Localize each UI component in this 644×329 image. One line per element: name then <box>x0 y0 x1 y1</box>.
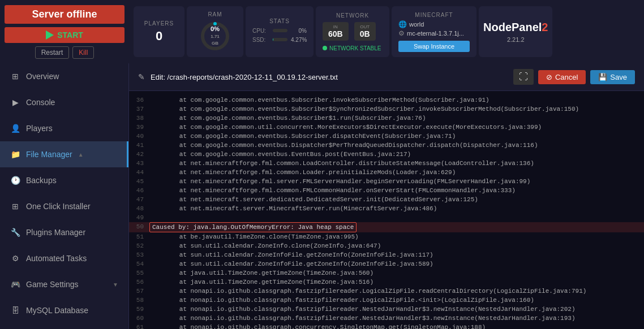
line-number: 49 <box>129 213 149 222</box>
server-offline-label: Server offline <box>5 5 124 24</box>
line-content: at com.google.common.eventbus.EventBus.p… <box>149 150 644 159</box>
sidebar-item-game-settings[interactable]: 🎮 Game Settings ▼ <box>0 271 128 297</box>
code-line: 40 at com.google.common.eventbus.Subscri… <box>129 132 644 141</box>
line-number: 42 <box>129 150 149 159</box>
ssd-percent: 4.27% <box>291 37 307 43</box>
mysql-icon: 🗄 <box>10 305 20 315</box>
sidebar-item-plugins[interactable]: 🔧 Plugins Manager <box>0 219 128 245</box>
line-content: at com.google.common.eventbus.Subscriber… <box>149 96 644 105</box>
network-out-box: OUT 0B <box>354 22 376 41</box>
start-button[interactable]: START <box>5 27 124 43</box>
code-line: 57 at nonapi.io.github.classgraph.fastzi… <box>129 287 644 296</box>
save-icon: 💾 <box>598 73 607 81</box>
code-line: 55 at java.util.TimeZone.getTimeZone(Tim… <box>129 269 644 278</box>
error-highlight: Caused by: java.lang.OutOfMemoryError: J… <box>149 222 357 232</box>
save-label: Save <box>610 73 627 81</box>
line-number: 61 <box>129 323 149 329</box>
line-content: at net.minecraft.server.dedicated.Dedica… <box>149 195 644 204</box>
mc-world-value: world <box>409 21 424 28</box>
stable-label: NETWORK STABLE <box>329 45 381 51</box>
line-number: 52 <box>129 241 149 250</box>
sidebar-item-backups[interactable]: 🕐 Backups <box>0 167 128 193</box>
line-content: at sun.util.calendar.ZoneInfo.clone(Zone… <box>149 241 644 250</box>
sidebar-item-overview[interactable]: ⊞ Overview <box>0 63 128 89</box>
line-content: at nonapi.io.github.classgraph.concurren… <box>149 323 644 329</box>
line-content: at nonapi.io.github.classgraph.fastzipfi… <box>149 314 644 323</box>
code-line: 39 at com.google.common.util.concurrent.… <box>129 123 644 132</box>
sidebar-label-backups: Backups <box>26 176 57 185</box>
one-click-icon: ⊞ <box>10 201 20 211</box>
game-settings-icon: 🎮 <box>10 279 20 289</box>
overview-icon: ⊞ <box>10 71 20 81</box>
file-manager-icon: 📁 <box>10 149 20 159</box>
line-number: 51 <box>129 232 149 241</box>
swap-instance-button[interactable]: Swap Instance <box>398 41 470 52</box>
code-line: 52 at sun.util.calendar.ZoneInfo.clone(Z… <box>129 241 644 250</box>
code-line: 60 at nonapi.io.github.classgraph.fastzi… <box>129 314 644 323</box>
line-content: at sun.util.calendar.ZoneInfoFile.getZon… <box>149 259 644 269</box>
nodepanel-logo: NodePanel2 2.21.2 <box>479 6 552 57</box>
mc-instance: ⚙ mc-eternal-1.3.7.1j... <box>398 29 470 37</box>
fullscreen-button[interactable]: ⛶ <box>513 69 534 85</box>
sidebar-item-players[interactable]: 👤 Players <box>0 115 128 141</box>
start-label: START <box>57 31 83 40</box>
restart-button[interactable]: Restart <box>35 46 70 59</box>
line-number: 39 <box>129 123 149 132</box>
sidebar-item-automated[interactable]: ⚙ Automated Tasks <box>0 245 128 271</box>
line-number: 58 <box>129 296 149 305</box>
stats-title: STATS <box>252 18 307 24</box>
content-area: ✎ Edit: /crash-reports/crash-2020-12-11_… <box>129 63 644 329</box>
cancel-button[interactable]: ⊘ Cancel <box>538 70 586 84</box>
line-content: at be.javautil.TimeZone.clone(TimeZone.j… <box>149 232 644 241</box>
sidebar-item-mysql[interactable]: 🗄 MySQL Database <box>0 297 128 323</box>
code-line: 61 at nonapi.io.github.classgraph.concur… <box>129 323 644 329</box>
code-line: 56 at java.util.TimeZone.getTimeZone(Tim… <box>129 278 644 287</box>
nodepanel-2: 2 <box>542 21 548 33</box>
code-line: 37 at com.google.common.eventbus.Subscri… <box>129 105 644 114</box>
line-number: 57 <box>129 287 149 296</box>
line-content: at net.minecraftforge.fml.common.FMLComm… <box>149 186 644 195</box>
play-icon <box>46 31 54 40</box>
mc-instance-value: mc-eternal-1.3.7.1j... <box>407 30 464 37</box>
ssd-bar <box>273 38 273 41</box>
code-line: 50Caused by: java.lang.OutOfMemoryError:… <box>129 222 644 232</box>
editor-header: ✎ Edit: /crash-reports/crash-2020-12-11_… <box>129 63 644 91</box>
code-line: 44 at net.minecraftforge.fml.common.Load… <box>129 168 644 177</box>
line-content: at net.minecraftforge.fml.common.Loader.… <box>149 168 644 177</box>
minecraft-group: Minecraft 🌐 world ⚙ mc-eternal-1.3.7.1j.… <box>392 6 476 57</box>
code-line: 43 at net.minecraftforge.fml.common.Load… <box>129 159 644 168</box>
sidebar-item-java[interactable]: ☕ Java Settings <box>0 323 128 329</box>
line-number: 50 <box>129 222 149 232</box>
stats-group: STATS CPU: 0% SSD: 4.27% <box>246 6 314 57</box>
network-group: NETWORK IN 60B OUT 0B NETWORK STABLE <box>316 6 389 57</box>
mc-title: Minecraft <box>398 12 470 18</box>
code-line: 47 at net.minecraft.server.dedicated.Ded… <box>129 195 644 204</box>
sidebar-item-console[interactable]: ▶ Console <box>0 89 128 115</box>
line-content: at nonapi.io.github.classgraph.fastzipfi… <box>149 287 644 296</box>
line-content: at com.google.common.util.concurrent.Mor… <box>149 123 644 132</box>
code-line: 51 at be.javautil.TimeZone.clone(TimeZon… <box>129 232 644 241</box>
sidebar-label-plugins: Plugins Manager <box>26 228 85 237</box>
sidebar-label-mysql: MySQL Database <box>26 306 88 315</box>
network-title: NETWORK <box>323 12 383 19</box>
in-value: 60B <box>328 29 343 38</box>
out-value: 0B <box>360 29 370 38</box>
cancel-icon: ⊘ <box>546 73 552 81</box>
edit-icon: ✎ <box>138 72 145 81</box>
ssd-row: SSD: 4.27% <box>252 37 307 43</box>
sidebar-label-overview: Overview <box>26 72 59 81</box>
nodepanel-text: NodePanel2 <box>483 21 548 34</box>
code-line: 53 at sun.util.calendar.ZoneInfoFile.get… <box>129 250 644 259</box>
code-line: 46 at net.minecraftforge.fml.common.FMLC… <box>129 186 644 195</box>
cpu-row: CPU: 0% <box>252 28 307 34</box>
kill-button[interactable]: Kill <box>72 46 94 59</box>
mc-world: 🌐 world <box>398 20 470 28</box>
code-editor[interactable]: 36 at com.google.common.eventbus.Subscri… <box>129 91 644 329</box>
sidebar-item-one-click[interactable]: ⊞ One Click Installer <box>0 193 128 219</box>
line-number: 36 <box>129 96 149 105</box>
sidebar-item-file-manager[interactable]: 📁 File Manager ▲ <box>0 141 128 167</box>
ssd-label: SSD: <box>252 37 269 43</box>
save-button[interactable]: 💾 Save <box>590 70 635 84</box>
sidebar-label-console: Console <box>26 98 55 107</box>
code-line: 59 at nonapi.io.github.classgraph.fastzi… <box>129 305 644 314</box>
